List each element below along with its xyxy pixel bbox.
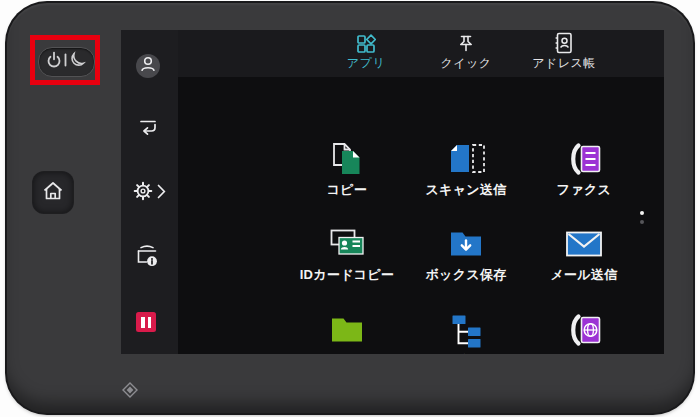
- address-book-icon: [553, 34, 575, 54]
- app-box-operation[interactable]: ボックス操作: [282, 310, 412, 354]
- app-grid: コピー スキャン送信: [178, 77, 664, 354]
- login-switch-button[interactable]: [138, 121, 158, 139]
- app-label: ジョブフロー: [425, 353, 506, 354]
- user-icon: [138, 54, 158, 78]
- app-job-flow[interactable]: ジョブフロー: [401, 310, 531, 354]
- settings-button[interactable]: [133, 183, 153, 203]
- pin-icon: [456, 34, 476, 54]
- home-icon: [42, 180, 64, 206]
- app-label: コピー: [327, 182, 368, 198]
- internet-fax-icon: [566, 310, 602, 350]
- app-label: IDカードコピー: [300, 267, 395, 283]
- pause-icon: [148, 317, 152, 328]
- chevron-right-icon: [157, 184, 166, 203]
- printer-control-panel: アプリ クイック: [0, 0, 700, 417]
- app-mail-send[interactable]: メール送信: [519, 224, 649, 283]
- settings-expand-button[interactable]: [157, 186, 166, 201]
- job-flow-icon: [449, 310, 483, 350]
- home-button[interactable]: [33, 172, 73, 213]
- id-card-copy-icon: [327, 224, 367, 264]
- apps-grid-icon: [356, 34, 376, 54]
- tab-quick[interactable]: クイック: [421, 34, 511, 76]
- app-label: ボックス保存: [425, 267, 506, 283]
- app-internet-fax[interactable]: インターネットファクス: [519, 310, 649, 354]
- app-id-card-copy[interactable]: IDカードコピー: [282, 224, 412, 283]
- box-open-icon: [329, 310, 365, 350]
- page-dot-inactive: [640, 220, 644, 224]
- fax-icon: [566, 139, 602, 179]
- app-label: メール送信: [550, 267, 617, 283]
- app-label: スキャン送信: [425, 182, 506, 198]
- pause-stop-button[interactable]: [136, 312, 156, 332]
- mail-send-icon: [565, 224, 603, 264]
- gear-icon: [133, 181, 153, 205]
- app-label: ボックス操作: [306, 353, 387, 354]
- tab-address-book-label: アドレス帳: [532, 57, 596, 69]
- diamond-logo-icon: [122, 382, 138, 398]
- user-login-button[interactable]: [136, 54, 160, 78]
- app-copy[interactable]: コピー: [282, 139, 412, 198]
- pause-icon: [141, 317, 145, 328]
- tab-quick-label: クイック: [440, 57, 491, 69]
- app-box-save[interactable]: ボックス保存: [401, 224, 531, 283]
- app-fax[interactable]: ファクス: [519, 139, 649, 198]
- sidebar: [121, 30, 178, 354]
- printer-info-icon: [134, 243, 160, 271]
- scan-send-icon: [446, 139, 486, 179]
- app-label: インターネットファクス: [535, 353, 633, 354]
- tab-bar: アプリ クイック: [178, 30, 664, 77]
- page-dot-active: [640, 211, 644, 215]
- power-sleep-icon: [45, 50, 89, 74]
- device-status-button[interactable]: [134, 245, 160, 269]
- app-scan-send[interactable]: スキャン送信: [401, 139, 531, 198]
- power-sleep-button[interactable]: [38, 47, 95, 77]
- tab-address-book[interactable]: アドレス帳: [519, 34, 609, 76]
- touch-screen: アプリ クイック: [121, 30, 664, 354]
- login-switch-icon: [138, 119, 158, 141]
- copy-icon: [328, 139, 366, 179]
- box-save-icon: [448, 224, 484, 264]
- tab-apps-label: アプリ: [347, 57, 385, 69]
- tab-apps[interactable]: アプリ: [321, 34, 411, 76]
- app-label: ファクス: [557, 182, 611, 198]
